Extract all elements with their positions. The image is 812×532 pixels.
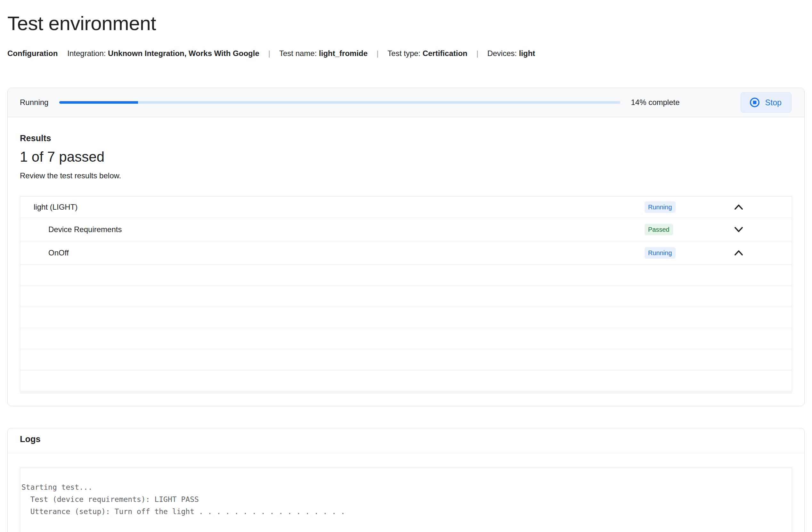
stop-circle-icon [749, 97, 760, 108]
chevron-up-icon[interactable] [733, 201, 744, 213]
table-row[interactable]: light (LIGHT)Running [20, 196, 792, 218]
stop-button-label: Stop [765, 98, 782, 107]
status-badge-cell: Running [644, 247, 733, 258]
page-title: Test environment [8, 12, 804, 35]
config-integration-value: Unknown Integration, Works With Google [108, 49, 259, 58]
config-separator: | [268, 49, 270, 58]
results-card: Running 14% complete Stop Results 1 of 7… [8, 88, 804, 406]
config-separator: | [377, 49, 378, 58]
config-integration-label: Integration: [67, 49, 106, 58]
table-row-empty [20, 307, 792, 328]
results-section: Results 1 of 7 passed Review the test re… [8, 117, 804, 406]
log-line: Test (device requirements): LIGHT PASS [21, 493, 788, 505]
table-row[interactable]: Device RequirementsPassed [20, 218, 792, 241]
table-underline [20, 393, 792, 393]
test-environment-page: Test environment Configuration Integrati… [0, 0, 812, 532]
config-integration: Integration: Unknown Integration, Works … [67, 49, 259, 58]
results-summary: 1 of 7 passed [20, 148, 792, 165]
status-badge-cell: Running [644, 201, 733, 213]
results-subtitle: Review the test results below. [20, 171, 792, 180]
config-test-name-label: Test name: [279, 49, 317, 58]
table-row-empty [20, 285, 792, 307]
test-row-name: OnOff [20, 248, 644, 257]
configuration-heading: Configuration [8, 49, 58, 58]
status-badge: Passed [644, 224, 673, 235]
status-badge: Running [644, 201, 676, 213]
logs-card: Logs Starting test... Test (device requi… [8, 428, 804, 532]
progress-strip: Running 14% complete Stop [8, 88, 804, 117]
test-row-name: light (LIGHT) [20, 203, 644, 211]
config-devices-label: Devices: [487, 49, 517, 58]
status-badge-cell: Passed [644, 224, 733, 235]
logs-divider [8, 453, 804, 453]
stop-button[interactable]: Stop [741, 92, 792, 113]
progress-bar [59, 101, 620, 104]
log-line: Utterance (setup): Turn off the light . … [21, 505, 788, 518]
config-devices: Devices: light [487, 49, 535, 58]
chevron-up-icon[interactable] [733, 247, 744, 258]
config-test-name-value: light_fromide [319, 49, 367, 58]
table-row-empty [20, 328, 792, 349]
progress-status-label: Running [20, 98, 48, 107]
configuration-bar: Configuration Integration: Unknown Integ… [8, 49, 804, 58]
config-test-name: Test name: light_fromide [279, 49, 367, 58]
status-badge: Running [644, 247, 676, 258]
config-test-type: Test type: Certification [388, 49, 467, 58]
table-row[interactable]: OnOffRunning [20, 241, 792, 264]
test-row-name: Device Requirements [20, 225, 644, 234]
log-output-box: Starting test... Test (device requiremen… [20, 468, 792, 532]
config-separator: | [476, 49, 478, 58]
log-line: Starting test... [21, 481, 788, 493]
table-row-empty [20, 264, 792, 285]
logs-heading: Logs [8, 428, 804, 444]
results-heading: Results [20, 133, 792, 144]
progress-percent-label: 14% complete [631, 98, 679, 107]
config-devices-value: light [519, 49, 535, 58]
table-row-empty [20, 349, 792, 370]
table-row-empty [20, 370, 792, 391]
chevron-down-icon[interactable] [733, 224, 744, 235]
results-table: light (LIGHT)RunningDevice RequirementsP… [20, 196, 792, 391]
config-test-type-label: Test type: [388, 49, 420, 58]
config-test-type-value: Certification [423, 49, 467, 58]
progress-bar-fill [59, 101, 138, 104]
